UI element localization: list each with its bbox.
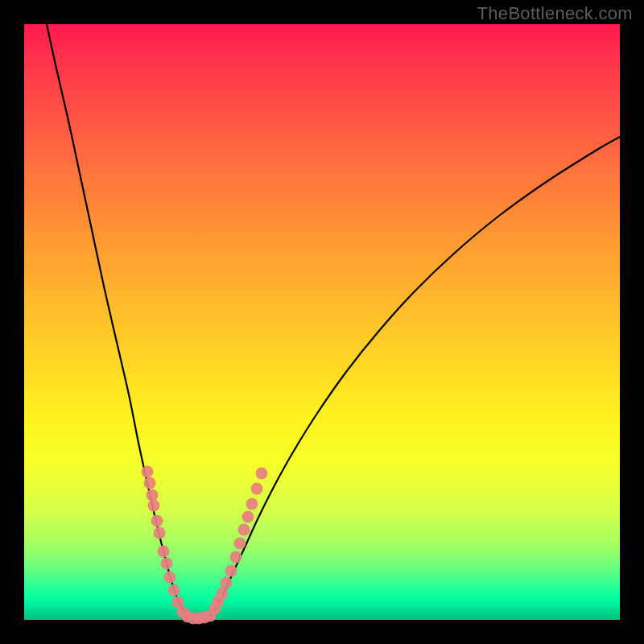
chart-dot — [246, 498, 258, 510]
chart-dot — [154, 527, 166, 539]
curve-left — [47, 24, 193, 616]
chart-dot — [238, 524, 250, 536]
curve-right — [209, 137, 620, 616]
chart-dot — [251, 483, 263, 495]
chart-dot — [161, 558, 173, 570]
chart-dot — [230, 551, 242, 564]
chart-dot — [144, 477, 156, 489]
chart-plot-area — [24, 24, 620, 620]
chart-svg — [24, 24, 620, 620]
chart-dot — [221, 577, 233, 589]
chart-dots — [142, 466, 268, 625]
watermark-label: TheBottleneck.com — [477, 3, 633, 24]
chart-dot — [147, 489, 159, 502]
chart-dot — [164, 572, 176, 584]
chart-dot — [225, 565, 237, 577]
chart-dot — [168, 584, 180, 597]
chart-dot — [234, 538, 246, 550]
chart-dot — [242, 511, 254, 523]
chart-dot — [256, 468, 268, 480]
chart-dot — [158, 546, 170, 558]
chart-dot — [148, 500, 160, 512]
chart-dot — [217, 588, 229, 600]
chart-frame: TheBottleneck.com — [0, 0, 644, 644]
chart-dot — [151, 515, 163, 527]
chart-dot — [142, 466, 154, 478]
